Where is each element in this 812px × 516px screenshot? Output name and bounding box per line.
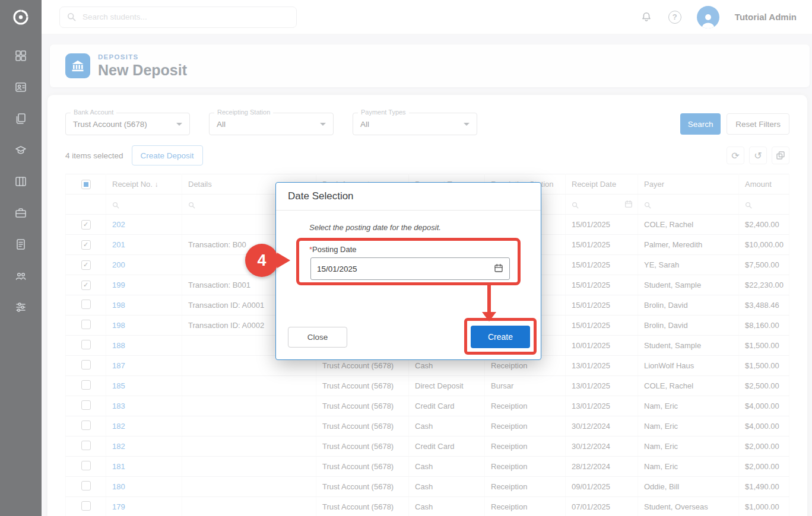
create-button[interactable]: Create [471, 326, 530, 348]
date-selection-modal: Date Selection Select the posting date f… [275, 182, 541, 360]
annotation-arrow-right [277, 253, 290, 268]
posting-date-input[interactable]: 15/01/2025 [310, 257, 510, 280]
close-button[interactable]: Close [288, 327, 347, 348]
posting-date-label: *Posting Date [309, 245, 357, 254]
annotation-arrow-down [482, 312, 496, 321]
modal-header: Date Selection [276, 183, 541, 211]
annotation-arrow-line [487, 284, 491, 315]
calendar-icon[interactable] [494, 263, 503, 275]
modal-title: Date Selection [288, 190, 354, 202]
posting-date-label-text: Posting Date [312, 245, 356, 254]
modal-instruction: Select the posting date for the deposit. [309, 223, 441, 232]
posting-date-value: 15/01/2025 [317, 265, 357, 273]
